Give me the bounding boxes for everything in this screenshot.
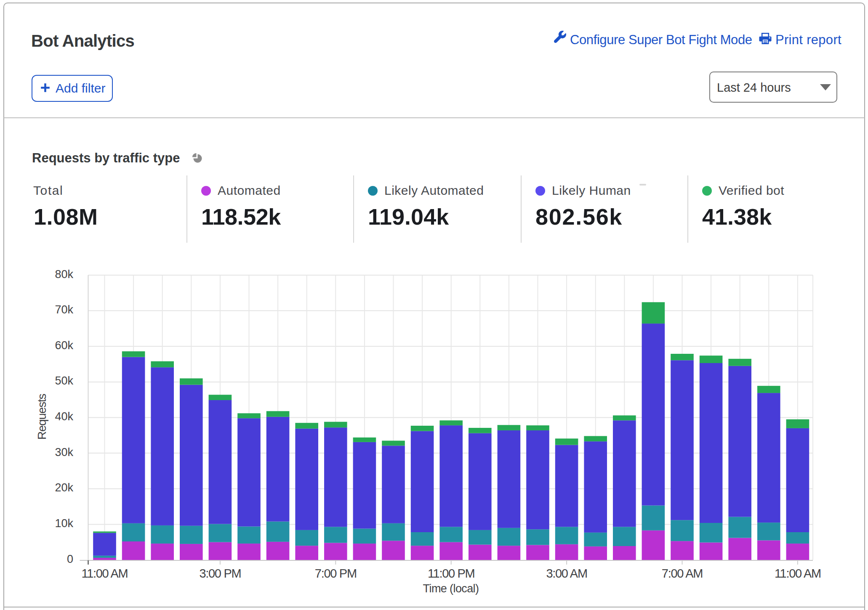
- svg-text:40k: 40k: [55, 410, 73, 423]
- svg-text:11:00 PM: 11:00 PM: [428, 567, 475, 580]
- svg-text:3:00 PM: 3:00 PM: [199, 567, 241, 580]
- svg-text:10k: 10k: [55, 517, 73, 530]
- svg-text:0: 0: [67, 553, 73, 565]
- svg-text:7:00 PM: 7:00 PM: [315, 567, 357, 580]
- svg-text:70k: 70k: [55, 303, 73, 316]
- svg-text:7:00 AM: 7:00 AM: [662, 567, 703, 580]
- svg-text:11:00 AM: 11:00 AM: [775, 567, 821, 580]
- svg-text:11:00 AM: 11:00 AM: [82, 567, 128, 580]
- svg-text:60k: 60k: [55, 339, 73, 352]
- svg-text:Time (local): Time (local): [423, 582, 479, 595]
- svg-text:Requests: Requests: [35, 394, 48, 440]
- svg-text:30k: 30k: [55, 446, 73, 459]
- svg-text:80k: 80k: [55, 268, 73, 281]
- svg-text:20k: 20k: [55, 481, 73, 494]
- svg-text:3:00 AM: 3:00 AM: [546, 567, 587, 580]
- svg-text:50k: 50k: [55, 374, 73, 387]
